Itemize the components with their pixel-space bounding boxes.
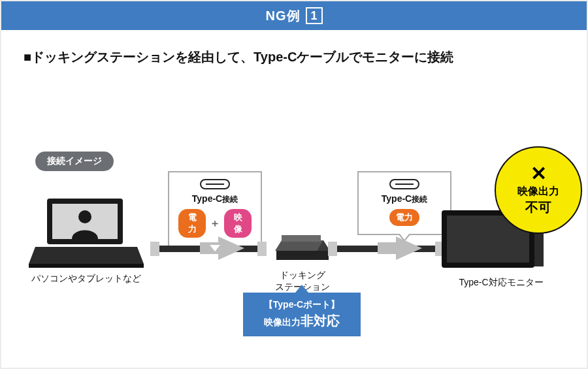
svg-marker-5 [275,240,323,251]
balloon-typec-power: Type-C接続 電力 [357,171,451,235]
diagram-area: パソコンやタブレットなど Type-C接続 電力 ＋ 映像 ドッキング ステーシ… [21,171,570,354]
pill-power: 電力 [178,209,206,238]
title-bar: NG例 1 [1,1,587,30]
svg-rect-3 [29,264,144,268]
balloon-typec-power-video: Type-C接続 電力 ＋ 映像 [168,171,262,247]
video-output-unavailable-badge: ✕ 映像出力 不可 [495,146,582,234]
typec-port-icon [200,179,230,189]
connection-image-badge: 接続イメージ [35,152,114,171]
description-text: ■ドッキングステーションを経由して、Type-Cケーブルでモニターに接続 [1,30,587,66]
laptop-label: パソコンやタブレットなど [27,273,145,285]
balloon1-pills: 電力 ＋ 映像 [178,209,252,238]
balloon2-title: Type-C接続 [368,193,441,205]
plug-icon [257,242,267,256]
monitor-label: Type-C対応モニター [439,277,563,289]
balloon2-type-small: 接続 [412,195,427,204]
dock-label-line1: ドッキング [280,270,325,280]
balloon2-pills: 電力 [368,209,441,226]
note-line1: 【Type-Cポート】 [247,299,357,311]
typec-port-icon [389,179,419,189]
note-line2-small: 映像出力 [264,317,301,327]
cross-icon: ✕ [531,164,547,184]
plug-icon [150,242,159,256]
docking-station-icon [275,231,330,264]
svg-rect-7 [282,235,321,242]
balloon2-type-bold: Type-C [382,193,412,204]
arrow-right-icon [218,236,244,260]
note-line2: 映像出力非対応 [247,312,357,330]
plus-icon: ＋ [210,217,220,231]
laptop-device: パソコンやタブレットなど [27,196,145,285]
laptop-icon [29,196,144,268]
pill-video: 映像 [224,209,252,238]
svg-rect-6 [276,251,329,260]
title-prefix: NG例 [266,7,301,25]
balloon1-type-bold: Type-C [192,193,222,204]
title-number: 1 [306,7,323,24]
note-line2-big: 非対応 [301,313,340,328]
pill-power: 電力 [389,209,419,226]
typec-port-note: 【Type-Cポート】 映像出力非対応 [243,293,361,336]
arrow-right-icon [396,236,422,260]
circle-line2: 不可 [525,199,551,216]
balloon1-title: Type-C接続 [178,193,252,205]
circle-line1: 映像出力 [517,185,559,199]
docking-station-device: ドッキング ステーション [267,231,338,293]
balloon1-type-small: 接続 [222,195,238,204]
svg-point-2 [78,210,91,223]
plug-icon [328,242,337,256]
